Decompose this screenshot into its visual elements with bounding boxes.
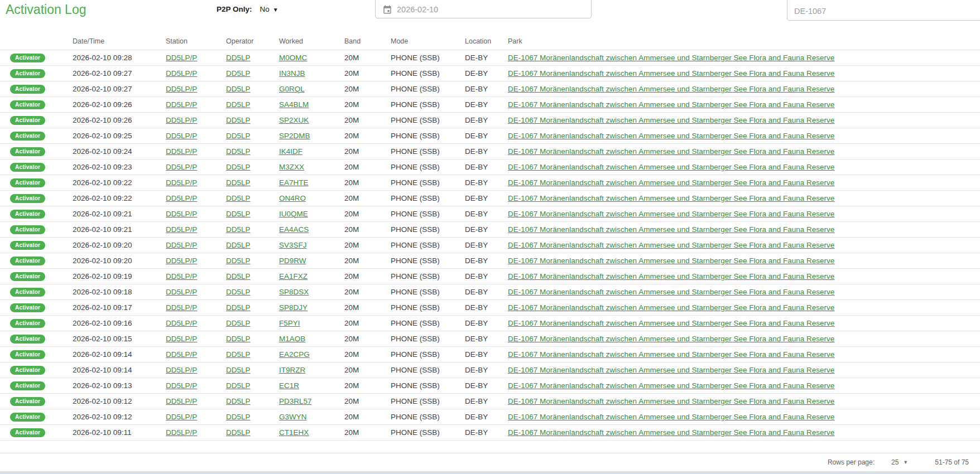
worked-link[interactable]: M1AOB [279, 335, 305, 343]
worked-link[interactable]: M0OMC [279, 54, 307, 62]
park-link[interactable]: DE-1067 Moränenlandschaft zwischen Ammer… [508, 225, 834, 234]
park-link[interactable]: DE-1067 Moränenlandschaft zwischen Ammer… [508, 303, 834, 312]
operator-link[interactable]: DD5LP [226, 194, 251, 202]
worked-link[interactable]: EC1R [279, 381, 299, 390]
operator-link[interactable]: DD5LP [226, 428, 251, 437]
worked-link[interactable]: EA2CPG [279, 350, 310, 359]
operator-link[interactable]: DD5LP [226, 147, 251, 156]
station-link[interactable]: DD5LP/P [166, 366, 197, 374]
station-link[interactable]: DD5LP/P [166, 257, 197, 265]
station-link[interactable]: DD5LP/P [166, 288, 197, 296]
park-link[interactable]: DE-1067 Moränenlandschaft zwischen Ammer… [508, 210, 834, 218]
worked-link[interactable]: SP2DMB [279, 132, 310, 140]
station-link[interactable]: DD5LP/P [166, 69, 197, 78]
operator-link[interactable]: DD5LP [226, 366, 251, 374]
station-link[interactable]: DD5LP/P [166, 272, 197, 280]
operator-link[interactable]: DD5LP [226, 381, 251, 390]
park-link[interactable]: DE-1067 Moränenlandschaft zwischen Ammer… [508, 147, 834, 156]
station-link[interactable]: DD5LP/P [166, 350, 197, 359]
station-link[interactable]: DD5LP/P [166, 225, 197, 234]
park-reference-field[interactable] [794, 7, 977, 16]
operator-link[interactable]: DD5LP [226, 303, 251, 312]
operator-link[interactable]: DD5LP [226, 132, 251, 140]
operator-link[interactable]: DD5LP [226, 210, 251, 218]
park-link[interactable]: DE-1067 Moränenlandschaft zwischen Ammer… [508, 100, 834, 109]
worked-link[interactable]: IK4IDF [279, 147, 302, 156]
worked-link[interactable]: CT1EHX [279, 428, 309, 437]
worked-link[interactable]: F5PYI [279, 319, 300, 327]
worked-link[interactable]: IU0QME [279, 210, 308, 218]
operator-link[interactable]: DD5LP [226, 272, 251, 280]
station-link[interactable]: DD5LP/P [166, 413, 197, 421]
operator-link[interactable]: DD5LP [226, 288, 251, 296]
operator-link[interactable]: DD5LP [226, 116, 251, 124]
station-link[interactable]: DD5LP/P [166, 210, 197, 218]
worked-link[interactable]: SP2XUK [279, 116, 309, 124]
park-link[interactable]: DE-1067 Moränenlandschaft zwischen Ammer… [508, 288, 834, 296]
chevron-down-icon[interactable]: ▼ [273, 7, 278, 13]
park-link[interactable]: DE-1067 Moränenlandschaft zwischen Ammer… [508, 257, 834, 265]
worked-link[interactable]: SP8DSX [279, 288, 309, 296]
station-link[interactable]: DD5LP/P [166, 335, 197, 343]
operator-link[interactable]: DD5LP [226, 178, 251, 187]
park-link[interactable]: DE-1067 Moränenlandschaft zwischen Ammer… [508, 54, 834, 62]
park-link[interactable]: DE-1067 Moränenlandschaft zwischen Ammer… [508, 132, 834, 140]
park-link[interactable]: DE-1067 Moränenlandschaft zwischen Ammer… [508, 241, 834, 249]
operator-link[interactable]: DD5LP [226, 85, 251, 93]
park-link[interactable]: DE-1067 Moränenlandschaft zwischen Ammer… [508, 381, 834, 390]
park-link[interactable]: DE-1067 Moränenlandschaft zwischen Ammer… [508, 428, 834, 437]
station-link[interactable]: DD5LP/P [166, 381, 197, 390]
operator-link[interactable]: DD5LP [226, 413, 251, 421]
date-filter-input[interactable] [375, 0, 592, 18]
operator-link[interactable]: DD5LP [226, 54, 251, 62]
station-link[interactable]: DD5LP/P [166, 397, 197, 405]
park-link[interactable]: DE-1067 Moränenlandschaft zwischen Ammer… [508, 194, 834, 202]
station-link[interactable]: DD5LP/P [166, 178, 197, 187]
operator-link[interactable]: DD5LP [226, 225, 251, 234]
operator-link[interactable]: DD5LP [226, 335, 251, 343]
station-link[interactable]: DD5LP/P [166, 116, 197, 124]
worked-link[interactable]: PD9RW [279, 257, 306, 265]
horizontal-scrollbar[interactable] [0, 471, 980, 474]
station-link[interactable]: DD5LP/P [166, 303, 197, 312]
worked-link[interactable]: PD3RL57 [279, 397, 312, 405]
park-link[interactable]: DE-1067 Moränenlandschaft zwischen Ammer… [508, 319, 834, 327]
rows-per-page-value[interactable]: 25 [891, 458, 899, 466]
station-link[interactable]: DD5LP/P [166, 319, 197, 327]
station-link[interactable]: DD5LP/P [166, 147, 197, 156]
operator-link[interactable]: DD5LP [226, 319, 251, 327]
station-link[interactable]: DD5LP/P [166, 54, 197, 62]
worked-link[interactable]: EA1FXZ [279, 272, 308, 280]
worked-link[interactable]: G3WYN [279, 413, 307, 421]
operator-link[interactable]: DD5LP [226, 100, 251, 109]
park-link[interactable]: DE-1067 Moränenlandschaft zwischen Ammer… [508, 366, 834, 374]
worked-link[interactable]: ON4RO [279, 194, 306, 202]
station-link[interactable]: DD5LP/P [166, 194, 197, 202]
park-link[interactable]: DE-1067 Moränenlandschaft zwischen Ammer… [508, 413, 834, 421]
park-filter-input[interactable] [787, 0, 980, 21]
chevron-down-icon[interactable]: ▼ [903, 460, 908, 465]
park-link[interactable]: DE-1067 Moränenlandschaft zwischen Ammer… [508, 178, 834, 187]
operator-link[interactable]: DD5LP [226, 350, 251, 359]
park-link[interactable]: DE-1067 Moränenlandschaft zwischen Ammer… [508, 272, 834, 280]
p2p-value[interactable]: No [260, 5, 270, 13]
date-field[interactable] [397, 5, 574, 14]
park-link[interactable]: DE-1067 Moränenlandschaft zwischen Ammer… [508, 116, 834, 124]
worked-link[interactable]: SV3SFJ [279, 241, 307, 249]
worked-link[interactable]: IN3NJB [279, 69, 305, 78]
p2p-filter[interactable]: P2P Only:No▼ [217, 5, 278, 13]
station-link[interactable]: DD5LP/P [166, 132, 197, 140]
operator-link[interactable]: DD5LP [226, 241, 251, 249]
operator-link[interactable]: DD5LP [226, 397, 251, 405]
operator-link[interactable]: DD5LP [226, 69, 251, 78]
worked-link[interactable]: SA4BLM [279, 100, 309, 109]
park-link[interactable]: DE-1067 Moränenlandschaft zwischen Ammer… [508, 163, 834, 171]
station-link[interactable]: DD5LP/P [166, 428, 197, 437]
operator-link[interactable]: DD5LP [226, 257, 251, 265]
operator-link[interactable]: DD5LP [226, 163, 251, 171]
worked-link[interactable]: IT9RZR [279, 366, 305, 374]
station-link[interactable]: DD5LP/P [166, 85, 197, 93]
worked-link[interactable]: EA7HTE [279, 178, 309, 187]
park-link[interactable]: DE-1067 Moränenlandschaft zwischen Ammer… [508, 350, 834, 359]
park-link[interactable]: DE-1067 Moränenlandschaft zwischen Ammer… [508, 85, 834, 93]
